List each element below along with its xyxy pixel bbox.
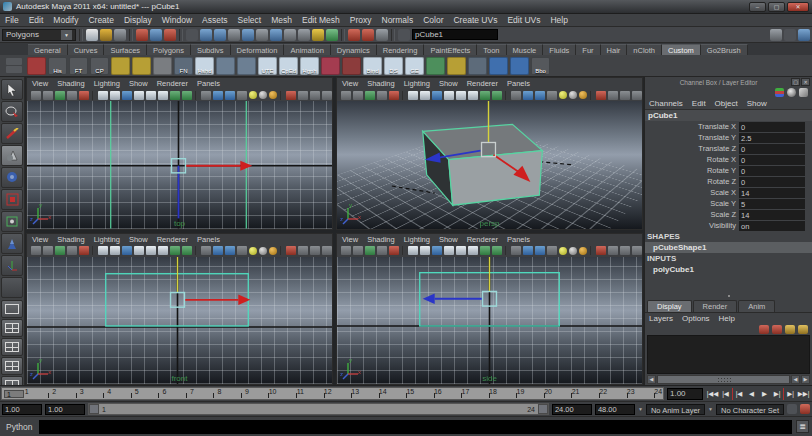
channel-attribute-value[interactable]: 0 [739,122,805,132]
attribute-editor-toggle-icon[interactable] [770,29,782,41]
select-by-component-icon[interactable] [200,29,212,41]
menu-item[interactable]: Edit UVs [502,15,545,25]
textured-mode-icon[interactable] [122,246,132,255]
create-layer-icon[interactable] [785,325,795,334]
quick-select-icon[interactable] [398,29,410,41]
shelf-tab[interactable]: Go2Brush [701,44,748,55]
layer-list[interactable] [647,335,810,374]
gate-mask-icon[interactable] [170,246,180,255]
isolate-select-icon[interactable] [286,91,296,100]
shelf-item-icon[interactable] [342,57,361,75]
panel-maximize-icon[interactable]: ▢ [791,78,800,86]
viewport-menu-item[interactable]: View [32,79,48,88]
lights-mode-icon[interactable] [444,246,454,255]
shelf-tab[interactable]: Curves [68,44,105,55]
viewport-menu-item[interactable]: Shading [57,235,85,244]
frame-tick[interactable]: 5 [112,388,140,399]
snap-to-plane-icon[interactable] [256,29,268,41]
viewport-menu-item[interactable]: Renderer [157,235,188,244]
time-slider[interactable]: 123456789101112131415161718192021222324 … [1,387,664,400]
shelf-tab[interactable]: Fur [576,44,600,55]
texture-view-icon[interactable] [225,246,235,255]
channel-attribute-name[interactable]: Scale Z [645,210,739,219]
menu-item[interactable]: File [0,15,24,25]
playback-button[interactable]: |◀ [719,388,732,400]
textured-mode-icon[interactable] [122,91,132,100]
grid-toggle-icon[interactable] [322,246,332,255]
wireframe-mode-icon[interactable] [408,91,418,100]
menu-item[interactable]: Assets [197,15,233,25]
shelf-tab[interactable]: Subdivs [191,44,231,55]
wireframe-mode-icon[interactable] [408,246,418,255]
frame-tick[interactable]: 10 [250,388,278,399]
camera-attrs-icon[interactable] [43,91,53,100]
menu-item[interactable]: Create [83,15,119,25]
shelf-item-icon[interactable] [489,57,508,75]
viewport-menu-item[interactable]: Show [129,235,148,244]
maximize-button[interactable]: ▢ [768,2,785,12]
menu-item[interactable]: Create UVs [448,15,502,25]
channel-attribute-row[interactable]: Rotate Y 0 [645,165,812,176]
command-language-label[interactable]: Python [3,422,35,432]
shelf-item-icon[interactable]: Bind [363,57,382,75]
default-material-icon[interactable] [523,246,533,255]
playback-button[interactable]: ▶▶| [797,388,810,400]
layer-editor-menu-item[interactable]: Help [719,314,735,323]
multisample-icon[interactable] [547,246,557,255]
frame-tick[interactable]: 7 [167,388,195,399]
paint-select-tool-icon[interactable] [1,123,23,144]
shaded-mode-icon[interactable] [420,91,430,100]
shelf-tab[interactable]: PaintEffects [424,44,477,55]
shelf-tab[interactable]: Muscle [507,44,544,55]
character-set-dropdown-icon[interactable]: ▼ [708,406,713,412]
textured-mode-icon[interactable] [432,91,442,100]
multisample-icon[interactable] [237,91,247,100]
2d-pan-zoom-icon[interactable] [79,246,89,255]
scroll-left-icon[interactable]: ◀ [791,375,800,384]
bookmarks-icon[interactable] [365,91,375,100]
channel-attribute-row[interactable]: Translate Y 2.5 [645,132,812,143]
frame-tick[interactable]: 6 [140,388,168,399]
shelf-item-icon[interactable] [237,57,256,75]
menu-item[interactable]: Edit Mesh [297,15,345,25]
shelf-item-icon[interactable]: His [48,57,67,75]
resolution-gate-icon[interactable] [158,246,168,255]
playback-button[interactable]: ▶| [771,388,784,400]
viewport-menu-item[interactable]: Panels [197,235,220,244]
camera-icon[interactable] [620,91,630,100]
move-tool-icon[interactable] [1,145,23,166]
input-node-item[interactable]: polyCube1 [645,264,812,275]
layer-editor-menu-item[interactable]: Options [682,314,710,323]
channel-attribute-name[interactable]: Scale X [645,188,739,197]
shelf-tab[interactable]: Polygons [147,44,191,55]
menu-item[interactable]: Proxy [345,15,377,25]
channel-attribute-value[interactable]: 0 [739,166,805,176]
2d-pan-zoom-icon[interactable] [389,91,399,100]
shelf-item-icon[interactable]: FN [174,57,193,75]
layout-persp-outliner-button[interactable] [1,338,23,356]
shape-node-item[interactable]: pCubeShape1 [645,242,812,253]
input-connections-icon[interactable] [284,29,296,41]
tool-settings-toggle-icon[interactable] [784,29,796,41]
color-management-icon[interactable] [269,91,277,99]
lights-mode-icon[interactable] [444,91,454,100]
channel-attribute-value[interactable]: 0 [739,177,805,187]
globe-icon[interactable] [201,246,211,255]
shelf-tab[interactable]: nCloth [627,44,662,55]
texture-view-icon[interactable] [225,91,235,100]
image-plane-icon[interactable] [67,91,77,100]
snap-to-grid-icon[interactable] [214,29,226,41]
viewport-menu-item[interactable]: Shading [367,235,395,244]
scroll-left-icon[interactable]: ◀ [647,375,656,384]
shelf-item-icon[interactable] [510,57,529,75]
open-scene-icon[interactable] [100,29,112,41]
isolate-select-icon[interactable] [596,246,606,255]
default-material-icon[interactable] [213,246,223,255]
shelf-item-icon[interactable]: Hgph [300,57,319,75]
frame-tick[interactable]: 11 [277,388,305,399]
move-manipulator-z-arrowhead[interactable] [423,293,435,303]
viewport-menu-item[interactable]: Panels [507,79,530,88]
gamma-icon[interactable] [259,247,267,255]
frame-tick[interactable]: 19 [498,388,526,399]
render-settings-icon[interactable] [362,29,374,41]
